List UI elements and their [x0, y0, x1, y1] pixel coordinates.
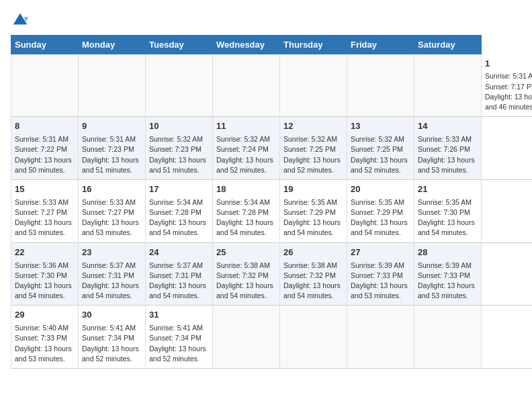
calendar-cell: 9Sunrise: 5:31 AMSunset: 7:23 PMDaylight…	[79, 117, 146, 180]
day-number: 28	[418, 246, 478, 259]
calendar-cell: 22Sunrise: 5:36 AMSunset: 7:30 PMDayligh…	[11, 242, 79, 306]
calendar-cell: 16Sunrise: 5:33 AMSunset: 7:27 PMDayligh…	[79, 179, 146, 242]
day-number: 1	[485, 58, 532, 71]
calendar-cell	[280, 306, 347, 369]
calendar-cell: 28Sunrise: 5:39 AMSunset: 7:33 PMDayligh…	[414, 242, 482, 306]
calendar-cell	[280, 54, 347, 117]
calendar-cell	[146, 54, 213, 117]
calendar-cell: 23Sunrise: 5:37 AMSunset: 7:31 PMDayligh…	[79, 242, 146, 306]
calendar-cell: 25Sunrise: 5:38 AMSunset: 7:32 PMDayligh…	[213, 242, 280, 306]
day-number: 8	[15, 120, 75, 133]
calendar-cell: 24Sunrise: 5:37 AMSunset: 7:31 PMDayligh…	[146, 242, 213, 306]
calendar-cell: 13Sunrise: 5:32 AMSunset: 7:25 PMDayligh…	[347, 117, 414, 180]
day-number: 31	[149, 309, 209, 322]
calendar-cell	[213, 306, 280, 369]
calendar-cell: 14Sunrise: 5:33 AMSunset: 7:26 PMDayligh…	[414, 117, 482, 180]
calendar-cell: 21Sunrise: 5:35 AMSunset: 7:30 PMDayligh…	[414, 179, 482, 242]
day-number: 20	[351, 183, 410, 196]
day-number: 30	[82, 309, 142, 322]
calendar-cell: 1Sunrise: 5:31 AMSunset: 7:17 PMDaylight…	[482, 54, 533, 117]
col-header-thursday: Thursday	[280, 36, 347, 54]
day-number: 23	[82, 246, 142, 259]
day-number: 29	[15, 309, 75, 322]
day-number: 16	[82, 183, 142, 196]
logo-icon	[11, 11, 30, 30]
header-row: SundayMondayTuesdayWednesdayThursdayFrid…	[11, 36, 533, 54]
calendar-cell: 26Sunrise: 5:38 AMSunset: 7:32 PMDayligh…	[280, 242, 347, 306]
day-number: 27	[351, 246, 410, 259]
calendar-cell: 18Sunrise: 5:34 AMSunset: 7:28 PMDayligh…	[213, 179, 280, 242]
col-header-wednesday: Wednesday	[213, 36, 280, 54]
calendar-cell: 29Sunrise: 5:40 AMSunset: 7:33 PMDayligh…	[11, 306, 79, 369]
week-row-1: 8Sunrise: 5:31 AMSunset: 7:22 PMDaylight…	[11, 117, 533, 180]
col-header-monday: Monday	[79, 36, 146, 54]
calendar-cell	[347, 306, 414, 369]
week-row-2: 15Sunrise: 5:33 AMSunset: 7:27 PMDayligh…	[11, 179, 533, 242]
week-row-4: 29Sunrise: 5:40 AMSunset: 7:33 PMDayligh…	[11, 306, 533, 369]
day-number: 11	[216, 120, 276, 133]
day-number: 10	[149, 120, 209, 133]
day-number: 18	[216, 183, 276, 196]
calendar-cell: 12Sunrise: 5:32 AMSunset: 7:25 PMDayligh…	[280, 117, 347, 180]
calendar-cell	[79, 54, 146, 117]
col-header-tuesday: Tuesday	[146, 36, 213, 54]
day-number: 15	[15, 183, 75, 196]
day-number: 14	[418, 120, 478, 133]
calendar-cell: 31Sunrise: 5:41 AMSunset: 7:34 PMDayligh…	[146, 306, 213, 369]
calendar-cell: 11Sunrise: 5:32 AMSunset: 7:24 PMDayligh…	[213, 117, 280, 180]
page-header	[11, 11, 521, 30]
day-number: 19	[283, 183, 343, 196]
day-number: 13	[351, 120, 410, 133]
calendar-cell	[414, 306, 482, 369]
day-number: 12	[283, 120, 343, 133]
day-number: 25	[216, 246, 276, 259]
calendar-cell: 19Sunrise: 5:35 AMSunset: 7:29 PMDayligh…	[280, 179, 347, 242]
day-number: 26	[283, 246, 343, 259]
calendar-cell	[11, 54, 79, 117]
calendar-cell: 30Sunrise: 5:41 AMSunset: 7:34 PMDayligh…	[79, 306, 146, 369]
week-row-0: 1Sunrise: 5:31 AMSunset: 7:17 PMDaylight…	[11, 54, 533, 117]
calendar-cell	[347, 54, 414, 117]
calendar-cell: 10Sunrise: 5:32 AMSunset: 7:23 PMDayligh…	[146, 117, 213, 180]
col-header-saturday: Saturday	[414, 36, 482, 54]
calendar-cell: 20Sunrise: 5:35 AMSunset: 7:29 PMDayligh…	[347, 179, 414, 242]
calendar-cell: 27Sunrise: 5:39 AMSunset: 7:33 PMDayligh…	[347, 242, 414, 306]
day-number: 24	[149, 246, 209, 259]
day-number: 22	[15, 246, 75, 259]
calendar-cell: 17Sunrise: 5:34 AMSunset: 7:28 PMDayligh…	[146, 179, 213, 242]
week-row-3: 22Sunrise: 5:36 AMSunset: 7:30 PMDayligh…	[11, 242, 533, 306]
col-header-friday: Friday	[347, 36, 414, 54]
calendar-cell: 15Sunrise: 5:33 AMSunset: 7:27 PMDayligh…	[11, 179, 79, 242]
calendar-table: SundayMondayTuesdayWednesdayThursdayFrid…	[11, 35, 532, 369]
day-number: 17	[149, 183, 209, 196]
col-header-sunday: Sunday	[11, 36, 79, 54]
calendar-cell: 8Sunrise: 5:31 AMSunset: 7:22 PMDaylight…	[11, 117, 79, 180]
day-number: 21	[418, 183, 478, 196]
calendar-cell	[414, 54, 482, 117]
day-number: 9	[82, 120, 142, 133]
calendar-cell	[213, 54, 280, 117]
logo	[11, 11, 32, 30]
